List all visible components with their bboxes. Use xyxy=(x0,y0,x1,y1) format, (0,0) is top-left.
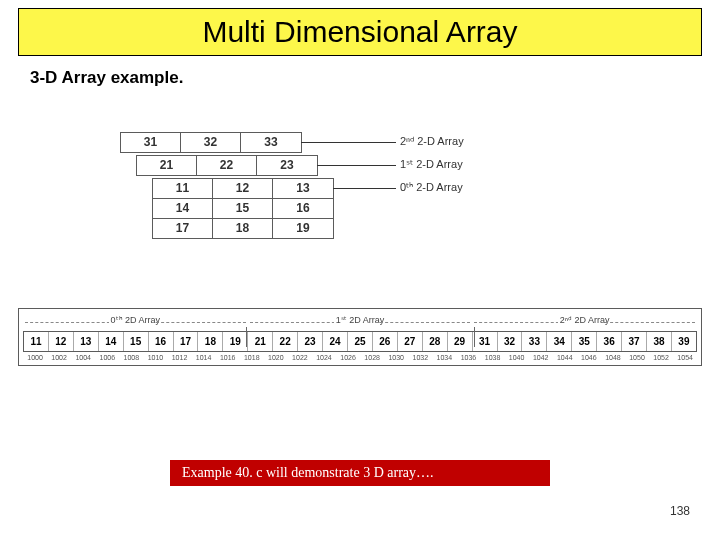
memory-range-labels: 0ᵗʰ 2D Array 1ˢᵗ 2D Array 2ⁿᵈ 2D Array xyxy=(23,315,697,329)
address-cell: 1032 xyxy=(408,354,432,361)
memory-cell: 13 xyxy=(74,332,99,351)
cell: 14 xyxy=(153,199,213,218)
slide-title: Multi Dimensional Array xyxy=(202,15,517,48)
cell: 22 xyxy=(197,156,257,175)
address-cell: 1024 xyxy=(312,354,336,361)
page-number: 138 xyxy=(670,504,690,518)
memory-cell: 17 xyxy=(174,332,199,351)
cell: 15 xyxy=(213,199,273,218)
memory-cell: 15 xyxy=(124,332,149,351)
memory-cell: 32 xyxy=(498,332,523,351)
address-cell: 1040 xyxy=(505,354,529,361)
memory-cell: 33 xyxy=(522,332,547,351)
memory-cell: 14 xyxy=(99,332,124,351)
memory-cell: 11 xyxy=(24,332,49,351)
connector-line xyxy=(333,188,396,189)
cell: 19 xyxy=(273,219,333,238)
address-cell: 1044 xyxy=(553,354,577,361)
address-cell: 1006 xyxy=(95,354,119,361)
array-layer-0: 11 12 13 14 15 16 17 18 19 xyxy=(152,178,334,239)
address-cell: 1034 xyxy=(432,354,456,361)
slide-title-bar: Multi Dimensional Array xyxy=(18,8,702,56)
memory-cell: 18 xyxy=(198,332,223,351)
address-cell: 1026 xyxy=(336,354,360,361)
address-cell: 1018 xyxy=(240,354,264,361)
cell: 13 xyxy=(273,179,333,198)
cell: 12 xyxy=(213,179,273,198)
memory-cell: 23 xyxy=(298,332,323,351)
address-cell: 1030 xyxy=(384,354,408,361)
memory-cell: 12 xyxy=(49,332,74,351)
cell: 16 xyxy=(273,199,333,218)
address-cell: 1038 xyxy=(480,354,504,361)
layer-label-2: 2ⁿᵈ 2-D Array xyxy=(400,135,464,148)
cell: 21 xyxy=(137,156,197,175)
connector-line xyxy=(317,165,396,166)
cell: 23 xyxy=(257,156,317,175)
connector-line xyxy=(301,142,396,143)
footer-text: Example 40. c will demonstrate 3 D array… xyxy=(182,465,434,480)
address-cell: 1004 xyxy=(71,354,95,361)
memory-cell: 36 xyxy=(597,332,622,351)
array-layer-1: 21 22 23 xyxy=(136,155,318,176)
address-cell: 1022 xyxy=(288,354,312,361)
memory-cell: 38 xyxy=(647,332,672,351)
stacked-3d-array-figure: 31 32 33 21 22 23 11 12 13 14 15 16 17 1… xyxy=(120,132,500,292)
address-cell: 1046 xyxy=(577,354,601,361)
cell: 33 xyxy=(241,133,301,152)
address-cell: 1012 xyxy=(167,354,191,361)
cell: 31 xyxy=(121,133,181,152)
memory-cell: 35 xyxy=(572,332,597,351)
address-cell: 1020 xyxy=(264,354,288,361)
memory-cell: 21 xyxy=(248,332,273,351)
address-cell: 1008 xyxy=(119,354,143,361)
memory-cell: 34 xyxy=(547,332,572,351)
divider-line xyxy=(474,327,475,347)
layer-label-0: 0ᵗʰ 2-D Array xyxy=(400,181,463,194)
address-cell: 1042 xyxy=(529,354,553,361)
slide-subtitle: 3-D Array example. xyxy=(30,68,720,88)
range-1: 1ˢᵗ 2D Array xyxy=(248,315,473,329)
memory-cell: 29 xyxy=(448,332,473,351)
memory-cell: 27 xyxy=(398,332,423,351)
memory-values-row: 1112131415161718192122232425262728293132… xyxy=(23,331,697,352)
footer-callout: Example 40. c will demonstrate 3 D array… xyxy=(170,460,550,486)
memory-addresses-row: 1000100210041006100810101012101410161018… xyxy=(23,354,697,361)
cell: 18 xyxy=(213,219,273,238)
memory-cell: 37 xyxy=(622,332,647,351)
address-cell: 1002 xyxy=(47,354,71,361)
address-cell: 1048 xyxy=(601,354,625,361)
memory-cell: 26 xyxy=(373,332,398,351)
address-cell: 1050 xyxy=(625,354,649,361)
memory-cell: 24 xyxy=(323,332,348,351)
address-cell: 1016 xyxy=(216,354,240,361)
array-layer-2: 31 32 33 xyxy=(120,132,302,153)
address-cell: 1052 xyxy=(649,354,673,361)
address-cell: 1014 xyxy=(192,354,216,361)
address-cell: 1036 xyxy=(456,354,480,361)
range-2: 2ⁿᵈ 2D Array xyxy=(472,315,697,329)
address-cell: 1000 xyxy=(23,354,47,361)
address-cell: 1028 xyxy=(360,354,384,361)
cell: 11 xyxy=(153,179,213,198)
memory-cell: 31 xyxy=(473,332,498,351)
memory-cell: 22 xyxy=(273,332,298,351)
memory-cell: 28 xyxy=(423,332,448,351)
layer-label-1: 1ˢᵗ 2-D Array xyxy=(400,158,463,171)
range-0: 0ᵗʰ 2D Array xyxy=(23,315,248,329)
address-cell: 1010 xyxy=(143,354,167,361)
memory-cell: 19 xyxy=(223,332,248,351)
divider-line xyxy=(246,327,247,347)
memory-cell: 25 xyxy=(348,332,373,351)
memory-layout-figure: 0ᵗʰ 2D Array 1ˢᵗ 2D Array 2ⁿᵈ 2D Array 1… xyxy=(18,308,702,366)
memory-cell: 16 xyxy=(149,332,174,351)
address-cell: 1054 xyxy=(673,354,697,361)
cell: 32 xyxy=(181,133,241,152)
memory-cell: 39 xyxy=(672,332,696,351)
cell: 17 xyxy=(153,219,213,238)
